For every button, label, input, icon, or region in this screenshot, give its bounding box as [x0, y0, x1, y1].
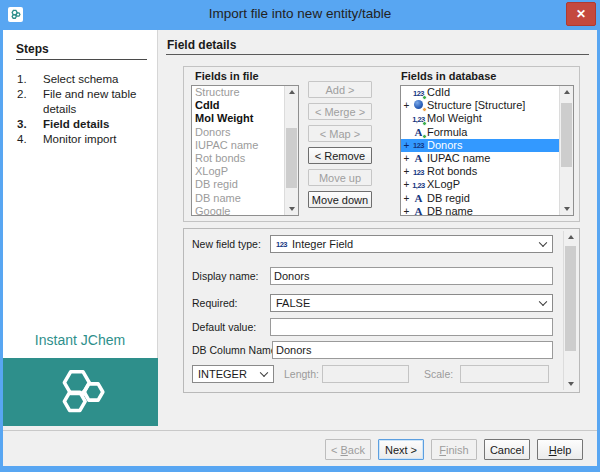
structure-field-icon: [410, 99, 427, 112]
fields-in-file-label: Fields in file: [195, 70, 259, 82]
add-prefix: +: [403, 152, 410, 165]
brand-logo-block: [3, 358, 158, 426]
numeric-field-icon: 123: [410, 165, 427, 179]
file-field-item[interactable]: DB name: [192, 192, 284, 205]
scroll-up-icon[interactable]: [564, 231, 578, 244]
add-prefix: +: [403, 192, 410, 205]
db-field-item[interactable]: +1,23XLogP: [401, 178, 559, 191]
file-field-item[interactable]: CdId: [192, 99, 284, 112]
numeric-field-icon: 123: [410, 86, 427, 100]
new-field-type-select[interactable]: 123 Integer Field: [270, 235, 553, 253]
map-button: < Map >: [308, 125, 372, 142]
scroll-up-icon[interactable]: [285, 86, 299, 99]
length-label: Length:: [284, 368, 319, 380]
new-field-type-row: New field type: 123 Integer Field: [184, 235, 579, 253]
add-prefix: +: [403, 178, 410, 191]
file-field-item[interactable]: XLogP: [192, 165, 284, 178]
scale-input: [460, 365, 549, 383]
scroll-down-icon[interactable]: [564, 377, 578, 390]
add-prefix: +: [403, 139, 410, 152]
scrollbar-thumb[interactable]: [561, 103, 572, 167]
file-field-item[interactable]: Rot bonds: [192, 152, 284, 165]
remove-button[interactable]: < Remove: [308, 147, 372, 164]
step-label: File and new table details: [43, 87, 153, 117]
chevron-down-icon: [539, 239, 547, 247]
default-value-label: Default value:: [192, 321, 256, 333]
db-column-name-label: DB Column Name:: [192, 344, 280, 356]
db-field-item[interactable]: +ADB regid: [401, 192, 559, 205]
scroll-down-icon[interactable]: [285, 202, 299, 215]
step-item: 4.Monitor import: [3, 132, 157, 147]
field-mapping-group: Fields in file Fields in database Struct…: [183, 66, 580, 222]
db-column-name-input[interactable]: [272, 341, 553, 359]
db-field-label: DB regid: [427, 192, 470, 205]
transfer-buttons: Add >< Merge >< Map >< RemoveMove upMove…: [308, 81, 372, 208]
numeric-field-icon: 123: [410, 138, 427, 152]
add-button: Add >: [308, 81, 372, 98]
step-number: 1.: [17, 72, 43, 87]
add-prefix: +: [403, 165, 410, 178]
step-number: 3.: [17, 117, 43, 132]
move-down-button[interactable]: Move down: [308, 191, 372, 208]
db-field-label: Mol Weight: [427, 112, 482, 125]
fields-in-database-list[interactable]: 123CdId+Structure [Structure]1,23Mol Wei…: [400, 85, 574, 216]
db-field-label: DB name: [427, 205, 473, 216]
new-field-type-label: New field type:: [192, 238, 261, 250]
dialog-content: Steps 1.Select schema2.File and new tabl…: [3, 30, 597, 466]
close-icon: ✕: [576, 7, 586, 21]
sql-type-row: INTEGER Length: Scale:: [184, 365, 579, 383]
main-panel: Field details Fields in file Fields in d…: [159, 30, 597, 430]
file-field-item[interactable]: DB regid: [192, 178, 284, 191]
file-field-item[interactable]: Donors: [192, 126, 284, 139]
file-field-item[interactable]: IUPAC name: [192, 139, 284, 152]
scrollbar-thumb[interactable]: [565, 246, 576, 351]
db-field-item[interactable]: +Structure [Structure]: [401, 99, 559, 112]
sql-type-select[interactable]: INTEGER: [192, 365, 274, 383]
db-field-label: Rot bonds: [427, 165, 477, 178]
db-field-label: IUPAC name: [427, 152, 490, 165]
next-button[interactable]: Next >: [378, 439, 424, 460]
fields-in-file-list[interactable]: StructureCdIdMol WeightDonorsIUPAC nameR…: [191, 85, 299, 216]
db-field-item[interactable]: +AIUPAC name: [401, 152, 559, 165]
header-divider: [166, 54, 589, 55]
steps-panel: Steps 1.Select schema2.File and new tabl…: [3, 30, 158, 426]
text-field-icon: A: [410, 192, 427, 205]
display-name-input[interactable]: [270, 267, 553, 285]
file-field-item[interactable]: Structure: [192, 86, 284, 99]
db-field-item[interactable]: 1,23Mol Weight: [401, 112, 559, 125]
text-field-icon: A: [410, 205, 427, 216]
close-button[interactable]: ✕: [566, 2, 596, 26]
steps-header: Steps: [16, 42, 147, 60]
form-scrollbar[interactable]: [563, 231, 577, 390]
text-field-icon: A: [410, 126, 427, 139]
db-field-label: CdId: [427, 86, 450, 99]
db-field-item[interactable]: +ADB name: [401, 205, 559, 216]
fields-in-database-label: Fields in database: [401, 70, 496, 82]
db-field-label: XLogP: [427, 178, 460, 191]
db-field-item[interactable]: AFormula: [401, 126, 559, 139]
cancel-button[interactable]: Cancel: [484, 439, 530, 460]
hexagon-logo-icon: [53, 366, 109, 418]
page-title: Field details: [167, 38, 236, 52]
scroll-up-icon[interactable]: [560, 86, 574, 99]
db-field-item[interactable]: 123CdId: [401, 86, 559, 99]
file-list-scrollbar[interactable]: [284, 86, 298, 215]
help-button[interactable]: Help: [537, 439, 583, 460]
dialog-window: Import file into new entity/table ✕ Step…: [0, 0, 600, 472]
file-field-item[interactable]: Google: [192, 205, 284, 216]
db-list-scrollbar[interactable]: [559, 86, 573, 215]
step-label: Monitor import: [43, 132, 153, 147]
default-value-row: Default value:: [184, 318, 579, 336]
sql-type-value: INTEGER: [198, 368, 247, 380]
db-field-item[interactable]: +123Rot bonds: [401, 165, 559, 178]
scrollbar-thumb[interactable]: [286, 128, 297, 188]
step-item: 1.Select schema: [3, 72, 157, 87]
numeric-field-icon: 1,23: [410, 178, 427, 192]
db-field-item[interactable]: +123Donors: [401, 139, 559, 152]
file-field-item[interactable]: Mol Weight: [192, 112, 284, 125]
required-select[interactable]: FALSE: [270, 294, 553, 312]
scroll-down-icon[interactable]: [560, 202, 574, 215]
default-value-input[interactable]: [270, 318, 553, 336]
required-row: Required: FALSE: [184, 294, 579, 312]
merge-button: < Merge >: [308, 103, 372, 120]
